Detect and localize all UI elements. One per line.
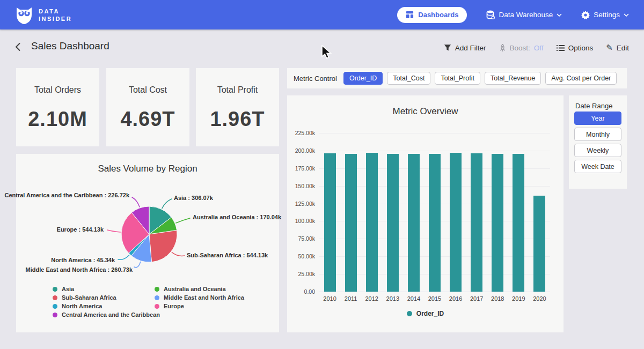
- y-axis-tick: 200.00k: [287, 147, 315, 154]
- legend-dot: [53, 287, 57, 292]
- metric-option-avg-cost-per-order[interactable]: Avg. Cost per Order: [545, 72, 617, 85]
- legend-dot: [53, 295, 57, 300]
- legend-dot: [53, 304, 57, 309]
- bar-chart-legend: Order_ID: [287, 310, 564, 317]
- date-option-weekly[interactable]: Weekly: [574, 144, 621, 157]
- metric-option-order-id[interactable]: Order_ID: [343, 72, 383, 85]
- y-axis-tick: 50.00k: [287, 253, 315, 259]
- legend-label: Australia and Oceania: [164, 286, 226, 292]
- dashboards-label: Dashboards: [418, 11, 458, 19]
- bar-2011[interactable]: [345, 154, 357, 292]
- chevron-left-icon: [15, 42, 21, 51]
- settings-menu[interactable]: Settings: [581, 11, 629, 19]
- back-button[interactable]: [15, 42, 21, 54]
- bar-2017[interactable]: [471, 153, 482, 292]
- dashboards-button[interactable]: Dashboards: [397, 7, 467, 23]
- boost-toggle[interactable]: Boost: Off: [499, 44, 544, 52]
- edit-button[interactable]: ✎ Edit: [606, 43, 629, 53]
- pie-slice-label: Middle East and North Africa : 260.73k: [26, 266, 133, 273]
- kpi-label: Total Profit: [196, 85, 279, 95]
- brand-line-2: INSIDER: [39, 15, 72, 23]
- x-axis-tick: 2012: [361, 295, 382, 302]
- x-axis-tick: 2013: [382, 295, 403, 302]
- sales-volume-card: Sales Volume by Region Asia : 306.07kAus…: [16, 154, 279, 332]
- dashboard-grid-icon: [406, 11, 414, 19]
- pie-leader-line: [132, 197, 140, 207]
- pie-slice-label: Central America and the Caribbean : 226.…: [4, 192, 129, 198]
- pie-slice-australia-and-oceania[interactable]: [149, 217, 177, 234]
- pie-leader-line: [162, 199, 172, 209]
- metric-option-total-cost[interactable]: Total_Cost: [387, 72, 430, 85]
- bar-2015[interactable]: [429, 154, 441, 292]
- pie-slice-asia[interactable]: [149, 206, 171, 234]
- bar-2018[interactable]: [492, 154, 503, 292]
- kpi-value: 4.69T: [106, 108, 189, 131]
- x-axis-tick: 2017: [466, 295, 487, 302]
- bar-chart-title: Metric Overview: [287, 95, 564, 117]
- pie-slice-label: Europe : 544.13k: [57, 226, 104, 233]
- date-option-week-date[interactable]: Week Date: [574, 160, 621, 173]
- pie-legend-item: Central America and the Caribbean: [53, 311, 160, 318]
- legend-label: Middle East and North Africa: [164, 294, 244, 301]
- add-filter-label: Add Filter: [455, 44, 486, 52]
- kpi-card-total-profit: Total Profit 1.96T: [196, 68, 279, 146]
- data-warehouse-label: Data Warehouse: [499, 11, 553, 19]
- pie-slice-middle-east-and-north-africa[interactable]: [131, 234, 152, 262]
- bar-2019[interactable]: [513, 154, 524, 292]
- x-axis-tick: 2018: [487, 295, 508, 302]
- legend-dot: [155, 295, 159, 300]
- metric-control-label: Metric Control: [294, 75, 337, 83]
- pie-legend-item: Australia and Oceania: [155, 286, 226, 292]
- chevron-down-icon: [557, 13, 562, 17]
- edit-label: Edit: [617, 44, 629, 52]
- legend-label: North America: [62, 303, 102, 309]
- bar-2010[interactable]: [324, 153, 336, 292]
- boost-value: Off: [534, 44, 544, 52]
- brand-line-1: DATA: [39, 8, 72, 15]
- settings-label: Settings: [594, 11, 620, 19]
- x-axis-tick: 2010: [319, 295, 340, 302]
- bar-2014[interactable]: [408, 154, 420, 292]
- boost-label: Boost:: [510, 44, 530, 52]
- legend-label: Asia: [62, 286, 74, 292]
- legend-label: Europe: [164, 303, 184, 309]
- options-label: Options: [568, 44, 594, 52]
- bar-2020[interactable]: [533, 196, 545, 292]
- pie-slice-north-america[interactable]: [129, 234, 149, 256]
- y-axis-tick: 100.00k: [287, 218, 315, 224]
- pie-slice-label: Australia and Oceania : 170.04k: [193, 214, 281, 220]
- kpi-card-total-cost: Total Cost 4.69T: [106, 68, 189, 146]
- legend-dot: [407, 311, 412, 316]
- pie-slice-europe[interactable]: [121, 213, 149, 254]
- bar-2012[interactable]: [366, 153, 378, 292]
- data-warehouse-menu[interactable]: Data Warehouse: [486, 10, 562, 19]
- metric-control-bar: Metric Control Order_IDTotal_CostTotal_P…: [287, 68, 627, 88]
- top-navbar: DATA INSIDER Dashboards Data Warehouse: [0, 0, 644, 29]
- bar-2013[interactable]: [387, 154, 399, 292]
- pie-slice-central-america-and-the-caribbean[interactable]: [131, 206, 149, 234]
- date-range-label: Date Range: [569, 95, 627, 110]
- options-button[interactable]: Options: [557, 44, 594, 52]
- kpi-value: 1.96T: [196, 108, 279, 131]
- gridline: [319, 133, 550, 133]
- metric-option-total-profit[interactable]: Total_Profit: [435, 72, 480, 85]
- gear-icon: [581, 11, 590, 19]
- date-range-panel: Date Range YearMonthlyWeeklyWeek Date: [569, 95, 627, 189]
- bar-2016[interactable]: [450, 153, 462, 292]
- x-axis-tick: 2015: [424, 295, 445, 302]
- legend-label: Central America and the Caribbean: [62, 311, 160, 318]
- pie-slice-sub-saharan-africa[interactable]: [149, 231, 177, 262]
- pie-leader-line: [118, 255, 129, 259]
- owl-logo-icon: [15, 5, 33, 25]
- x-axis-tick: 2019: [508, 295, 529, 302]
- page-title: Sales Dashboard: [31, 40, 109, 52]
- date-option-year[interactable]: Year: [574, 112, 621, 125]
- legend-dot: [53, 313, 57, 317]
- y-axis-tick: 125.00k: [287, 201, 315, 207]
- pie-legend-item: Sub-Saharan Africa: [53, 294, 116, 301]
- kpi-label: Total Orders: [16, 85, 99, 95]
- pie-slice-label: Asia : 306.07k: [174, 195, 213, 201]
- date-option-monthly[interactable]: Monthly: [574, 128, 621, 141]
- add-filter-button[interactable]: Add Filter: [444, 44, 486, 52]
- metric-option-total-revenue[interactable]: Total_Revenue: [485, 72, 541, 85]
